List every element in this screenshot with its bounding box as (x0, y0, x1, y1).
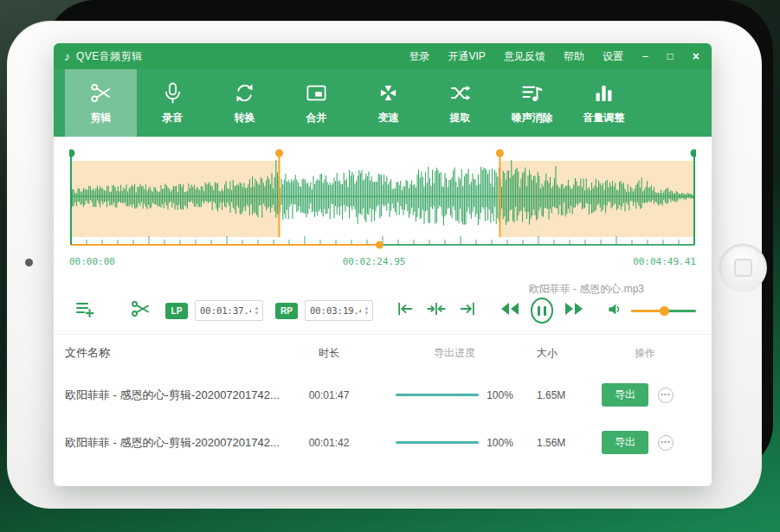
tab-label: 噪声消除 (512, 111, 553, 125)
file-size: 1.65M (532, 389, 602, 401)
file-actions: 导出 ••• (602, 431, 688, 454)
file-duration: 00:01:47 (281, 389, 377, 401)
progress-bar (396, 394, 479, 396)
fast-forward-icon[interactable] (564, 300, 584, 321)
file-name: 欧阳菲菲 - 感恩的心-剪辑-202007201742... (65, 435, 281, 451)
file-name: 欧阳菲菲 - 感恩的心-剪辑-202007201742... (65, 388, 281, 403)
toolbar: 剪辑 录音 转换 合并 变速 提取 (54, 69, 712, 137)
app-window: ♪ QVE音频剪辑 登录 开通VIP 意见反馈 帮助 设置 – □ × 剪辑 录… (54, 43, 712, 486)
progress-bar (396, 441, 479, 444)
camera-dot (25, 259, 33, 266)
right-point-input[interactable] (306, 305, 361, 316)
tab-record[interactable]: 录音 (137, 69, 209, 137)
left-point-timebox: ▲▼ (195, 300, 263, 321)
right-point-timebox: ▲▼ (305, 300, 373, 321)
timeline-start-label: 00:00:00 (69, 256, 115, 267)
header-action: 操作 (602, 346, 688, 361)
file-progress: 100% (377, 437, 532, 449)
tab-label: 合并 (306, 111, 327, 125)
tab-noise-removal[interactable]: 噪声消除 (496, 69, 568, 137)
tab-convert[interactable]: 转换 (209, 69, 280, 137)
tab-label: 剪辑 (91, 111, 112, 125)
tab-volume-adjust[interactable]: 音量调整 (568, 69, 640, 137)
menu-open-vip[interactable]: 开通VIP (448, 49, 486, 64)
file-size: 1.56M (532, 437, 602, 449)
header-duration: 时长 (281, 346, 377, 361)
table-row: 欧阳菲菲 - 感恩的心-剪辑-202007201742... 00:01:42 … (54, 419, 712, 466)
left-point-input[interactable] (196, 305, 251, 316)
rp-spinner[interactable]: ▲▼ (361, 305, 372, 316)
home-button-square (734, 259, 752, 277)
tab-merge[interactable]: 合并 (280, 69, 352, 137)
pause-button[interactable] (531, 298, 554, 324)
snap-to-marker-icon[interactable] (426, 299, 447, 322)
current-file-label: 欧阳菲菲 - 感恩的心.mp3 (529, 282, 644, 297)
speaker-icon[interactable] (607, 301, 623, 321)
tab-label: 转换 (235, 111, 255, 125)
volume-slider-handle[interactable] (660, 306, 669, 316)
file-duration: 00:01:42 (281, 437, 377, 449)
header-size: 大小 (532, 346, 602, 361)
tab-label: 提取 (450, 111, 471, 125)
timeline-playhead-label: 00:02:24.95 (343, 256, 406, 267)
header-export-progress: 导出进度 (377, 346, 532, 361)
tab-label: 音量调整 (583, 111, 625, 125)
timeline-end-label: 00:04:49.41 (633, 256, 696, 267)
titlebar: ♪ QVE音频剪辑 登录 开通VIP 意见反馈 帮助 设置 – □ × (54, 43, 712, 69)
table-row: 欧阳菲菲 - 感恩的心-剪辑-202007201742... 00:01:47 … (54, 371, 712, 419)
noise-removal-icon (520, 81, 544, 105)
convert-arrows-icon (233, 81, 256, 105)
tab-speed[interactable]: 变速 (352, 69, 424, 137)
rewind-icon[interactable] (500, 300, 520, 321)
rp-spinner-down-icon[interactable]: ▼ (364, 311, 369, 316)
menu-help[interactable]: 帮助 (564, 49, 584, 64)
add-files-icon[interactable] (74, 298, 95, 323)
cut-tool-icon[interactable] (130, 298, 151, 323)
menu-login[interactable]: 登录 (409, 49, 430, 64)
pause-bar (544, 306, 546, 316)
app-title: QVE音频剪辑 (76, 49, 143, 64)
left-point-badge[interactable]: LP (165, 303, 188, 319)
home-button (719, 244, 767, 292)
volume-slider[interactable] (631, 310, 696, 312)
tab-extract[interactable]: 提取 (424, 69, 496, 137)
progress-bar-fill (396, 394, 479, 396)
file-progress: 100% (377, 389, 532, 401)
right-point-badge[interactable]: RP (275, 303, 298, 319)
jump-to-start-icon[interactable] (396, 299, 415, 322)
jump-to-end-icon[interactable] (458, 299, 477, 322)
file-table: 文件名称 时长 导出进度 大小 操作 欧阳菲菲 - 感恩的心-剪辑-202007… (54, 334, 712, 486)
minimize-button[interactable]: – (642, 50, 648, 62)
merge-pip-icon (305, 81, 328, 105)
export-button[interactable]: 导出 (602, 383, 648, 407)
waveform-display[interactable] (69, 147, 696, 251)
table-header-row: 文件名称 时长 导出进度 大小 操作 (54, 335, 712, 371)
pause-bar (538, 306, 540, 316)
edit-controls-row: LP ▲▼ RP ▲▼ (69, 296, 696, 325)
photo-background: ♪ QVE音频剪辑 登录 开通VIP 意见反馈 帮助 设置 – □ × 剪辑 录… (0, 0, 780, 532)
speed-dpad-icon (377, 81, 400, 105)
close-button[interactable]: × (693, 49, 699, 63)
menu-feedback[interactable]: 意见反馈 (504, 49, 545, 64)
tab-label: 录音 (163, 111, 184, 125)
music-note-icon: ♪ (64, 49, 70, 63)
file-actions: 导出 ••• (602, 383, 688, 407)
progress-percent: 100% (487, 389, 513, 401)
tab-cut[interactable]: 剪辑 (65, 69, 137, 137)
extract-shuffle-icon (448, 81, 472, 105)
header-file-name: 文件名称 (65, 345, 281, 361)
more-options-icon[interactable]: ••• (658, 388, 674, 403)
microphone-icon (161, 81, 184, 105)
timeline-labels: 00:00:00 00:02:24.95 00:04:49.41 (69, 256, 696, 267)
volume-bars-icon (592, 81, 616, 105)
export-button[interactable]: 导出 (602, 431, 648, 454)
waveform-panel: 00:00:00 00:02:24.95 00:04:49.41 (69, 147, 696, 277)
lp-spinner[interactable]: ▲▼ (251, 305, 262, 316)
more-options-icon[interactable]: ••• (658, 435, 674, 451)
progress-bar-fill (396, 441, 479, 444)
maximize-button[interactable]: □ (667, 50, 674, 62)
progress-percent: 100% (487, 437, 513, 449)
tab-label: 变速 (378, 111, 399, 125)
menu-settings[interactable]: 设置 (603, 49, 623, 64)
lp-spinner-down-icon[interactable]: ▼ (255, 311, 260, 316)
